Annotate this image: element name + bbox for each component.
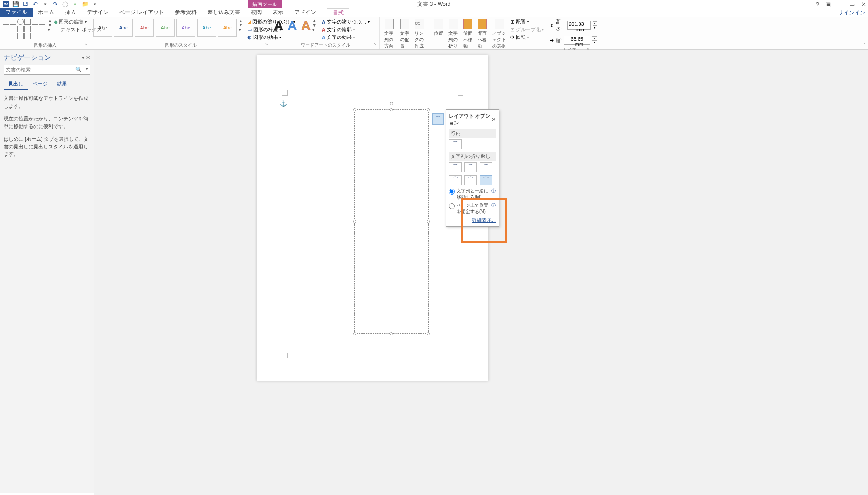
wrap-square-icon[interactable]: ⌒ <box>449 162 462 172</box>
resize-handle[interactable] <box>353 108 356 111</box>
height-input[interactable]: 201.03 mm <box>567 21 591 30</box>
minimize-icon[interactable]: — <box>837 1 843 8</box>
group-button[interactable]: ⊡グループ化▾ <box>510 26 544 33</box>
group-shape-insert: ▲▼▾ ◆図形の編集▾ テキスト ボックス▾ 図形の挿入 <box>0 17 90 49</box>
nav-pane-actions[interactable]: ▾ ✕ <box>82 55 90 61</box>
text-direction-button[interactable]: 文字列の方向 <box>382 19 396 49</box>
resize-handle[interactable] <box>353 332 356 335</box>
nav-msg-3: はじめに [ホーム] タブを選択して、文書の見出しに見出しスタイルを適用します。 <box>4 135 90 158</box>
anchor-icon: ⚓ <box>279 100 287 107</box>
radio-fix-position[interactable]: ページ上で位置を固定する(N)ⓘ <box>449 202 496 215</box>
search-icon[interactable]: 🔍 <box>75 67 82 72</box>
nav-title: ナビゲーション <box>4 53 51 62</box>
wrap-tight-icon[interactable]: ⌒ <box>464 162 477 172</box>
width-icon: ⬌ <box>550 38 554 43</box>
tab-view[interactable]: 表示 <box>267 8 289 17</box>
wrap-front-icon[interactable]: ⌒ <box>480 175 492 185</box>
group-size: ⬍ 高さ: 201.03 mm ▴▾ ⬌ 幅: 65.65 mm ▴▾ サイズ <box>547 17 592 49</box>
folder-icon[interactable]: 📁 <box>81 0 89 8</box>
group-label-shape-insert: 図形の挿入 <box>3 42 87 49</box>
group-label-wordart: ワードアートのスタイル <box>274 42 377 49</box>
save-as-icon[interactable]: 🖫 <box>22 0 29 8</box>
tab-home[interactable]: ホーム <box>33 8 60 17</box>
tab-layout[interactable]: ページ レイアウト <box>114 8 170 17</box>
layout-popup-title: レイアウト オプション <box>449 113 491 126</box>
nav-tab-headings[interactable]: 見出し <box>4 79 28 90</box>
layout-more-link[interactable]: 詳細表示... <box>449 217 496 224</box>
tab-addins[interactable]: アドイン <box>289 8 321 17</box>
document-area: ⚓ ⌒ レイアウト オプション ✕ 行内 ⌒ 文字列の折り返し ⌒ ⌒ ⌒ ⌒ … <box>94 50 868 495</box>
nav-tab-pages[interactable]: ページ <box>28 79 52 90</box>
width-spinner[interactable]: ▴▾ <box>592 36 597 44</box>
wrap-topbottom-icon[interactable]: ⌒ <box>449 175 462 185</box>
wrap-section-label: 文字列の折り返し <box>449 152 496 161</box>
misc-icon-2[interactable]: ● <box>71 0 79 8</box>
width-input[interactable]: 65.65 mm <box>564 36 590 45</box>
layout-options-button[interactable]: ⌒ <box>432 113 444 125</box>
maximize-icon[interactable]: ▭ <box>849 1 855 8</box>
tab-format[interactable]: 書式 <box>327 8 349 17</box>
height-spinner[interactable]: ▴▾ <box>593 21 597 29</box>
layout-inline-icon[interactable]: ⌒ <box>449 139 462 149</box>
tab-file[interactable]: ファイル <box>0 8 33 17</box>
drop-icon-2[interactable]: ▼ <box>91 0 99 8</box>
shape-gallery[interactable] <box>3 19 45 39</box>
rotate-handle[interactable] <box>390 102 393 105</box>
redo-icon[interactable]: ↷ <box>52 0 59 8</box>
wrap-through-icon[interactable]: ⌒ <box>480 162 492 172</box>
margin-marker <box>282 353 288 358</box>
wordart-gallery[interactable]: A A A <box>274 19 311 33</box>
help-icon[interactable]: ? <box>816 1 819 8</box>
layout-options-popup: レイアウト オプション ✕ 行内 ⌒ 文字列の折り返し ⌒ ⌒ ⌒ ⌒ ⌒ ⌒ … <box>446 109 499 227</box>
drop-icon[interactable]: ▼ <box>42 0 49 8</box>
window-title: 文書 3 - Word <box>417 0 450 8</box>
quick-access-toolbar: W 💾 🖫 ↶ ▼ ↷ ◯ ● 📁 ▼ <box>0 0 99 8</box>
sign-in-link[interactable]: サインイン <box>838 9 865 17</box>
text-outline-button[interactable]: A文字の輪郭▾ <box>322 26 370 33</box>
tab-design[interactable]: デザイン <box>81 8 114 17</box>
shape-style-gallery[interactable]: Abc Abc Abc Abc Abc Abc Abc <box>93 19 237 37</box>
resize-handle[interactable] <box>427 332 430 335</box>
close-icon[interactable]: ✕ <box>861 1 866 8</box>
height-label: 高さ: <box>556 19 566 32</box>
nav-msg-1: 文書に操作可能なアウトラインを作成します。 <box>4 95 90 109</box>
undo-icon[interactable]: ↶ <box>32 0 39 8</box>
wrap-behind-icon[interactable]: ⌒ <box>464 175 477 185</box>
layout-popup-close-icon[interactable]: ✕ <box>491 116 496 123</box>
ribbon: ▲▼▾ ◆図形の編集▾ テキスト ボックス▾ 図形の挿入 Abc Abc Abc… <box>0 17 868 50</box>
inline-section-label: 行内 <box>449 129 496 138</box>
tab-insert[interactable]: 挿入 <box>60 8 81 17</box>
tab-mailings[interactable]: 差し込み文書 <box>202 8 245 17</box>
ribbon-display-icon[interactable]: ▣ <box>826 1 831 8</box>
tab-references[interactable]: 参考資料 <box>170 8 202 17</box>
selected-textbox[interactable] <box>354 109 429 334</box>
search-dropdown-icon[interactable]: ▾ <box>86 67 88 71</box>
text-effects-button[interactable]: A文字の効果▾ <box>322 34 370 41</box>
nav-tab-results[interactable]: 結果 <box>52 79 71 90</box>
rotate-button[interactable]: ⟳回転▾ <box>510 34 544 41</box>
misc-icon-1[interactable]: ◯ <box>61 0 69 8</box>
send-backward-button[interactable]: 背面へ移動 <box>476 19 489 49</box>
margin-marker <box>282 90 288 96</box>
text-align-button[interactable]: 文字の配置 <box>398 19 411 49</box>
text-fill-button[interactable]: A文字の塗りつぶし▾ <box>322 19 370 25</box>
save-icon[interactable]: 💾 <box>12 0 19 8</box>
position-button[interactable]: 位置 <box>432 19 445 37</box>
contextual-tab-label: 描画ツール <box>248 0 282 8</box>
create-link-button[interactable]: ∞リンクの作成 <box>413 19 427 49</box>
bring-forward-button[interactable]: 前面へ移動 <box>462 19 474 49</box>
height-icon: ⬍ <box>550 23 554 29</box>
radio-move-with-text[interactable]: 文字列と一緒に移動する(M)ⓘ <box>449 188 496 200</box>
collapse-ribbon-icon[interactable]: ˄ <box>863 43 866 48</box>
align-button[interactable]: ⊞配置▾ <box>510 19 544 25</box>
resize-handle[interactable] <box>427 108 430 111</box>
margin-marker <box>458 353 463 358</box>
resize-handle[interactable] <box>353 220 356 223</box>
tab-review[interactable]: 校閲 <box>245 8 267 17</box>
resize-handle[interactable] <box>390 332 393 335</box>
resize-handle[interactable] <box>390 108 393 111</box>
resize-handle[interactable] <box>427 220 430 223</box>
margin-marker <box>458 90 463 96</box>
nav-msg-2: 現在の位置がわかり、コンテンツを簡単に移動するのに便利です。 <box>4 115 90 130</box>
width-label: 幅: <box>556 37 562 44</box>
